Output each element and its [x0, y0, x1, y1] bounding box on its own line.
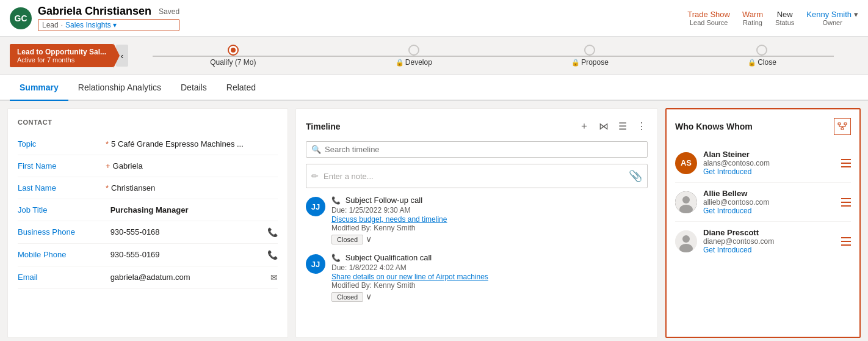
note-placeholder[interactable]: Enter a note... — [324, 172, 629, 181]
timeline-search-bar: 🔍 — [306, 141, 648, 158]
field-value-topic: 5 Café Grande Espresso Machines ... — [111, 139, 278, 148]
sales-insights-link[interactable]: Sales Insights ▾ — [65, 21, 117, 29]
event-title-1: 📞 Subject Follow-up call — [331, 196, 648, 205]
contact-action-alan[interactable]: Get Introduced — [703, 167, 835, 176]
process-banner[interactable]: Lead to Opportunity Sal... Active for 7 … — [10, 44, 114, 67]
warm-label: Rating — [742, 19, 763, 26]
event-link-1[interactable]: Discuss budget, needs and timeline — [331, 215, 447, 224]
event-avatar-1: JJ — [306, 197, 325, 216]
expand-icon-1[interactable]: ∨ — [366, 234, 372, 244]
field-label-topic: Topic — [18, 139, 103, 148]
lock-icon-propose: 🔒 — [571, 59, 580, 66]
filter-timeline-button[interactable]: ⋈ — [598, 119, 610, 133]
owner-meta: Kenny Smith ▾ Owner — [806, 10, 858, 26]
contact-email-allie: allieb@contoso.com — [703, 198, 835, 207]
event-title-2: 📞 Subject Qualification call — [331, 253, 648, 262]
stage-label-close: 🔒Close — [748, 58, 776, 67]
event-due-1: Due: 1/25/2022 9:30 AM — [331, 206, 648, 215]
wkw-title: Who Knows Whom — [675, 122, 753, 131]
header-left: GC Gabriela Christiansen Saved Lead · Sa… — [10, 5, 179, 31]
tab-relationship-analytics[interactable]: Relationship Analytics — [68, 75, 171, 101]
contact-photo-svg-diane — [675, 230, 697, 252]
stage-label-propose: 🔒Propose — [571, 58, 609, 67]
contact-name-diane: Diane Prescott — [703, 228, 835, 237]
email-icon[interactable]: ✉ — [270, 273, 278, 282]
pencil-icon: ✏ — [311, 171, 319, 181]
svg-point-11 — [682, 235, 690, 243]
stage-label-qualify: Qualify (7 Mo) — [210, 58, 256, 67]
contact-action-diane[interactable]: Get Introduced — [703, 246, 835, 254]
warm-value: Warm — [742, 10, 763, 19]
wkw-contact-1: AS Alan Steiner alans@contoso.com Get In… — [675, 144, 851, 183]
tab-summary[interactable]: Summary — [10, 75, 68, 101]
collapse-icon: ‹ — [121, 51, 123, 61]
tabs-row: Summary Relationship Analytics Details R… — [0, 75, 868, 101]
stage-label-develop: 🔒Develop — [396, 58, 432, 67]
phone-event-icon-1: 📞 — [331, 196, 341, 205]
tab-details[interactable]: Details — [171, 75, 217, 101]
contact-photo-alan: AS — [675, 152, 697, 174]
event-content-2: 📞 Subject Qualification call Due: 1/8/20… — [331, 253, 648, 302]
warm-meta: Warm Rating — [742, 10, 763, 26]
contact-section-title: CONTACT — [18, 119, 278, 126]
contact-menu-diane[interactable] — [841, 237, 851, 246]
sort-timeline-button[interactable]: ☰ — [617, 119, 628, 133]
who-knows-whom-panel: Who Knows Whom AS Alan Steiner alans@con… — [665, 108, 861, 338]
expand-icon-2[interactable]: ∨ — [366, 292, 372, 301]
event-content-1: 📞 Subject Follow-up call Due: 1/25/2022 … — [331, 196, 648, 244]
trade-show-meta: Trade Show Lead Source — [687, 10, 730, 26]
field-topic: Topic * 5 Café Grande Espresso Machines … — [18, 133, 278, 155]
stage-develop[interactable]: 🔒Develop — [396, 45, 432, 67]
sales-insights-label: Sales Insights — [65, 21, 111, 29]
contact-info-diane: Diane Prescott dianep@contoso.com Get In… — [703, 228, 835, 254]
trade-show-value: Trade Show — [687, 10, 730, 19]
header-right: Trade Show Lead Source Warm Rating New S… — [687, 10, 858, 26]
owner-name[interactable]: Kenny Smith — [806, 10, 852, 19]
phone-icon-mobile[interactable]: 📞 — [267, 250, 278, 260]
field-label-jobtitle: Job Title — [18, 205, 103, 215]
stage-circle-propose — [584, 45, 595, 56]
timeline-title: Timeline — [306, 122, 341, 131]
stage-propose[interactable]: 🔒Propose — [571, 45, 609, 67]
timeline-panel: Timeline ＋ ⋈ ☰ ⋮ 🔍 ✏ Enter a note... 📎 J… — [295, 108, 658, 338]
timeline-header: Timeline ＋ ⋈ ☰ ⋮ — [306, 119, 648, 134]
field-lastname: Last Name * Christiansen — [18, 177, 278, 199]
svg-point-8 — [682, 196, 690, 204]
more-timeline-button[interactable]: ⋮ — [635, 119, 648, 133]
stage-qualify[interactable]: Qualify (7 Mo) — [210, 45, 256, 67]
stage-close[interactable]: 🔒Close — [748, 45, 776, 67]
contact-action-allie[interactable]: Get Introduced — [703, 207, 835, 215]
contact-info-alan: Alan Steiner alans@contoso.com Get Intro… — [703, 150, 835, 176]
avatar: GC — [10, 7, 32, 29]
stage-circle-develop — [408, 45, 419, 56]
contact-menu-alan[interactable] — [841, 158, 851, 168]
tab-related[interactable]: Related — [217, 75, 266, 101]
wkw-header: Who Knows Whom — [675, 118, 851, 135]
attach-icon[interactable]: 📎 — [629, 169, 642, 183]
stages-container: Qualify (7 Mo) 🔒Develop 🔒Propose 🔒Close — [128, 45, 858, 67]
contact-panel: CONTACT Topic * 5 Café Grande Espresso M… — [7, 108, 288, 338]
main-content: CONTACT Topic * 5 Café Grande Espresso M… — [0, 101, 868, 341]
header-info: Gabriela Christiansen Saved Lead · Sales… — [38, 5, 179, 31]
event-badge-1: Closed — [331, 235, 363, 244]
wkw-expand-button[interactable] — [834, 118, 851, 135]
contact-menu-allie[interactable] — [841, 197, 851, 207]
search-icon: 🔍 — [311, 145, 321, 154]
field-value-jobtitle: Purchasing Manager — [110, 205, 278, 215]
wkw-contact-3: Diane Prescott dianep@contoso.com Get In… — [675, 222, 851, 260]
phone-event-icon-2: 📞 — [331, 254, 341, 262]
banner-sub: Active for 7 months — [17, 56, 106, 64]
timeline-search-input[interactable] — [325, 145, 642, 154]
contact-photo-svg-allie — [675, 191, 697, 213]
saved-label: Saved — [159, 7, 179, 16]
add-timeline-button[interactable]: ＋ — [578, 119, 590, 134]
breadcrumb-lead: Lead — [42, 21, 59, 29]
event-avatar-2: JJ — [306, 254, 325, 274]
field-label-email: Email — [18, 273, 103, 282]
contact-photo-diane — [675, 230, 697, 252]
field-value-mobilephone: 930-555-0169 — [110, 250, 262, 259]
event-link-2[interactable]: Share details on our new line of Airpot … — [331, 273, 488, 281]
timeline-event-2: JJ 📞 Subject Qualification call Due: 1/8… — [306, 253, 648, 302]
phone-icon-business[interactable]: 📞 — [267, 227, 278, 237]
owner-label: Owner — [806, 19, 858, 26]
